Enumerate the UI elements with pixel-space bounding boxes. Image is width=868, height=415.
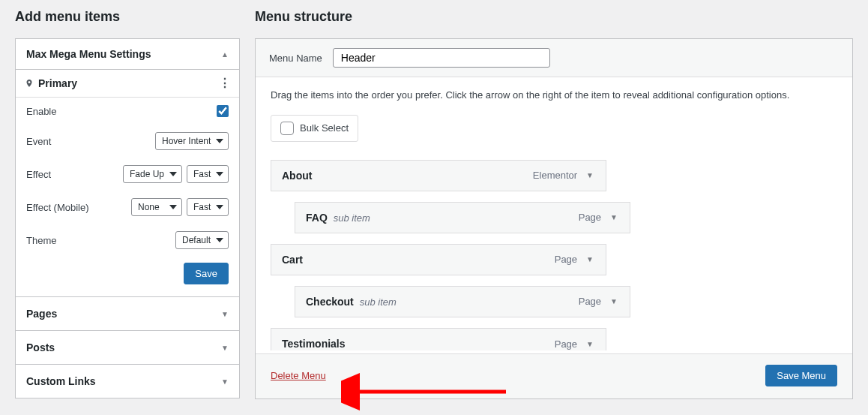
event-row: Event Hover Intent (16, 125, 239, 158)
chevron-down-icon[interactable]: ▼ (585, 254, 595, 265)
menu-item-type: Page (579, 296, 601, 307)
primary-label: Primary (38, 77, 77, 89)
effect-speed-select[interactable]: Fast (187, 165, 229, 183)
effect-mobile-animation-select[interactable]: None (131, 198, 182, 216)
menu-item[interactable]: Checkout sub item Page ▼ (295, 286, 630, 317)
effect-label: Effect (26, 169, 51, 180)
save-menu-button[interactable]: Save Menu (765, 365, 837, 386)
bulk-select-checkbox[interactable] (280, 122, 294, 135)
add-menu-items-heading: Add menu items (15, 9, 240, 25)
menu-item-title: Checkout (306, 296, 354, 308)
save-settings-button[interactable]: Save (184, 263, 229, 284)
instructions-text: Drag the items into the order you prefer… (271, 88, 837, 103)
mega-menu-settings-title: Max Mega Menu Settings (26, 48, 151, 60)
enable-row: Enable (16, 98, 239, 125)
theme-row: Theme Default (16, 224, 239, 257)
menu-item-subitem-label: sub item (360, 296, 397, 308)
enable-checkbox[interactable] (217, 105, 229, 117)
effect-mobile-label: Effect (Mobile) (26, 202, 89, 213)
event-label: Event (26, 136, 51, 147)
posts-accordion[interactable]: Posts ▼ (15, 330, 240, 365)
menu-item-title: Testimonials (282, 338, 346, 350)
menu-item-subitem-label: sub item (334, 212, 370, 224)
event-select[interactable]: Hover Intent (155, 132, 229, 150)
mega-menu-settings-toggle[interactable]: Max Mega Menu Settings ▲ (16, 39, 239, 70)
menu-item-title: About (282, 170, 312, 182)
theme-select[interactable]: Default (175, 231, 229, 249)
menu-item[interactable]: Cart Page ▼ (271, 244, 606, 275)
menu-item-type: Elementor (533, 170, 577, 181)
enable-label: Enable (26, 106, 56, 117)
menu-item[interactable]: Testimonials Page ▼ (271, 328, 606, 350)
pages-accordion[interactable]: Pages ▼ (15, 296, 240, 331)
menu-footer: Delete Menu Save Menu (256, 353, 852, 398)
mega-menu-settings-panel: Max Mega Menu Settings ▲ Primary ⋮ Enabl… (15, 38, 240, 297)
menu-item-type: Page (579, 212, 601, 223)
effect-mobile-row: Effect (Mobile) None Fast (16, 191, 239, 224)
chevron-up-icon: ▲ (221, 50, 229, 59)
primary-location-row: Primary ⋮ (16, 70, 239, 98)
chevron-down-icon: ▼ (221, 310, 229, 318)
chevron-down-icon[interactable]: ▼ (585, 338, 595, 350)
theme-label: Theme (26, 235, 56, 246)
menu-name-row: Menu Name (256, 39, 852, 77)
menu-item-title: FAQ (306, 212, 328, 224)
effect-row: Effect Fade Up Fast (16, 158, 239, 191)
location-pin-icon (25, 79, 34, 88)
chevron-down-icon[interactable]: ▼ (609, 296, 619, 307)
bulk-select-toggle[interactable]: Bulk Select (271, 115, 358, 142)
chevron-down-icon: ▼ (221, 377, 229, 386)
menu-item-type: Page (555, 254, 577, 265)
menu-item[interactable]: FAQ sub item Page ▼ (295, 202, 630, 233)
accordion-label: Custom Links (26, 375, 96, 387)
menu-editor: Menu Name Drag the items into the order … (255, 38, 853, 399)
accordion-label: Pages (26, 308, 57, 320)
effect-mobile-speed-select[interactable]: Fast (187, 198, 229, 216)
menu-name-input[interactable] (333, 48, 550, 68)
chevron-down-icon: ▼ (221, 344, 229, 352)
accordion-label: Posts (26, 341, 55, 353)
menu-name-label: Menu Name (269, 53, 322, 64)
chevron-down-icon[interactable]: ▼ (585, 170, 595, 181)
effect-animation-select[interactable]: Fade Up (123, 165, 182, 183)
bulk-select-label: Bulk Select (300, 122, 349, 134)
delete-menu-link[interactable]: Delete Menu (271, 370, 326, 381)
chevron-down-icon[interactable]: ▼ (609, 212, 619, 223)
menu-item-title: Cart (282, 254, 303, 266)
menu-structure-heading: Menu structure (255, 9, 853, 25)
menu-item[interactable]: About Elementor ▼ (271, 160, 606, 191)
menu-item-type: Page (555, 338, 577, 350)
menu-items-list: About Elementor ▼ FAQ sub item (271, 160, 837, 353)
custom-links-accordion[interactable]: Custom Links ▼ (15, 364, 240, 398)
more-options-icon[interactable]: ⋮ (219, 77, 230, 89)
